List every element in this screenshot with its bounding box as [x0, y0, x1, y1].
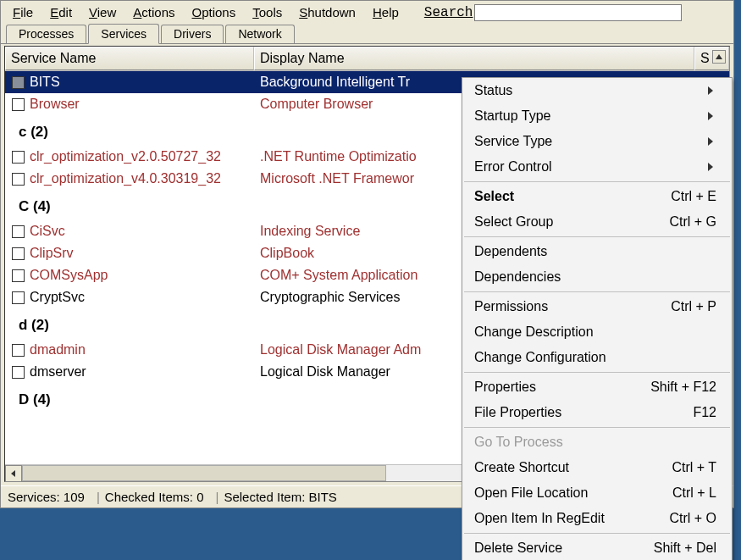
- ctx-label: Service Type: [474, 134, 552, 149]
- svg-marker-6: [708, 163, 713, 171]
- cell-service-name: clr_optimization_v2.0.50727_32: [30, 149, 257, 164]
- ctx-change-configuration[interactable]: Change Configuration: [462, 345, 732, 370]
- ctx-shortcut: Ctrl + T: [672, 460, 716, 475]
- ctx-label: Change Configuration: [474, 350, 606, 365]
- sort-arrow-up-icon[interactable]: [712, 50, 726, 64]
- cell-service-name: CiSvc: [30, 224, 257, 239]
- context-menu: StatusStartup TypeService TypeError Cont…: [462, 77, 733, 560]
- ctx-label: Status: [474, 83, 512, 98]
- svg-marker-4: [708, 112, 713, 120]
- menu-options[interactable]: Options: [184, 3, 245, 21]
- cell-service-name: dmserver: [30, 364, 257, 380]
- cell-service-name: BITS: [30, 75, 257, 90]
- svg-marker-3: [708, 86, 713, 95]
- status-services: Services: 109: [8, 490, 91, 504]
- column-header-service-name[interactable]: Service Name: [5, 47, 254, 70]
- submenu-arrow-icon: [708, 112, 716, 120]
- ctx-open-item-in-regedit[interactable]: Open Item In RegEditCtrl + O: [462, 506, 732, 531]
- row-checkbox[interactable]: [12, 247, 25, 260]
- tab-drivers[interactable]: Drivers: [161, 25, 224, 43]
- row-checkbox[interactable]: [12, 366, 25, 379]
- scroll-thumb[interactable]: [22, 465, 386, 481]
- row-checkbox[interactable]: [12, 344, 25, 357]
- cell-service-name: ClipSrv: [30, 246, 257, 261]
- app-window: FileEditViewActionsOptionsToolsShutdownH…: [0, 0, 734, 508]
- menubar: FileEditViewActionsOptionsToolsShutdownH…: [1, 1, 733, 24]
- ctx-label: Dependencies: [474, 269, 561, 285]
- ctx-label: Select: [474, 189, 514, 204]
- column-headers: Service Name Display Name S: [5, 47, 729, 71]
- row-checkbox[interactable]: [12, 98, 25, 111]
- menu-view[interactable]: View: [80, 3, 124, 21]
- ctx-error-control[interactable]: Error Control: [462, 154, 732, 180]
- status-checked: Checked Items: 0: [105, 490, 211, 504]
- status-selected: Selected Item: BITS: [224, 490, 343, 504]
- row-checkbox[interactable]: [12, 76, 25, 89]
- tab-services[interactable]: Services: [88, 24, 159, 44]
- ctx-create-shortcut[interactable]: Create ShortcutCtrl + T: [462, 455, 732, 480]
- tab-processes[interactable]: Processes: [6, 25, 86, 43]
- ctx-label: Change Description: [474, 324, 594, 340]
- row-checkbox[interactable]: [12, 173, 25, 186]
- ctx-shortcut: Ctrl + O: [669, 511, 716, 526]
- cell-service-name: Browser: [30, 97, 257, 112]
- ctx-properties[interactable]: PropertiesShift + F12: [462, 374, 732, 400]
- cell-service-name: COMSysApp: [30, 268, 257, 283]
- ctx-file-properties[interactable]: File PropertiesF12: [462, 400, 732, 425]
- search-input[interactable]: [474, 4, 682, 21]
- ctx-label: Error Control: [474, 159, 552, 175]
- ctx-startup-type[interactable]: Startup Type: [462, 103, 732, 129]
- tab-bar: ProcessesServicesDriversNetwork: [1, 24, 733, 44]
- submenu-arrow-icon: [708, 137, 716, 146]
- search-label: Search: [424, 5, 473, 20]
- svg-marker-0: [716, 54, 722, 59]
- svg-marker-1: [11, 470, 15, 477]
- ctx-shortcut: F12: [693, 405, 716, 420]
- svg-marker-5: [708, 137, 713, 146]
- menu-help[interactable]: Help: [364, 3, 407, 21]
- ctx-label: Create Shortcut: [474, 460, 569, 475]
- ctx-shortcut: Ctrl + P: [671, 299, 716, 314]
- ctx-label: Dependents: [474, 244, 547, 259]
- ctx-label: File Properties: [474, 405, 561, 420]
- ctx-shortcut: Shift + F12: [650, 380, 716, 395]
- submenu-arrow-icon: [708, 86, 716, 95]
- menu-actions[interactable]: Actions: [124, 3, 183, 21]
- ctx-delete-service[interactable]: Delete ServiceShift + Del: [462, 535, 732, 560]
- ctx-label: Properties: [474, 380, 536, 395]
- ctx-dependencies[interactable]: Dependencies: [462, 264, 732, 290]
- ctx-open-file-location[interactable]: Open File LocationCtrl + L: [462, 480, 732, 506]
- cell-service-name: clr_optimization_v4.0.30319_32: [30, 171, 257, 186]
- ctx-label: Delete Service: [474, 541, 562, 556]
- row-checkbox[interactable]: [12, 151, 25, 164]
- menu-tools[interactable]: Tools: [244, 3, 290, 21]
- menu-file[interactable]: File: [4, 3, 41, 21]
- ctx-label: Permissions: [474, 299, 548, 314]
- tab-network[interactable]: Network: [225, 25, 294, 43]
- row-checkbox[interactable]: [12, 269, 25, 282]
- search-box: Search: [424, 4, 683, 21]
- ctx-service-type[interactable]: Service Type: [462, 129, 732, 154]
- row-checkbox[interactable]: [12, 225, 25, 238]
- menu-shutdown[interactable]: Shutdown: [290, 3, 364, 21]
- ctx-permissions[interactable]: PermissionsCtrl + P: [462, 294, 732, 319]
- scroll-left-icon[interactable]: [5, 465, 22, 482]
- ctx-status[interactable]: Status: [462, 78, 732, 103]
- ctx-dependents[interactable]: Dependents: [462, 239, 732, 264]
- ctx-shortcut: Ctrl + L: [672, 485, 716, 501]
- ctx-shortcut: Shift + Del: [654, 541, 716, 556]
- row-checkbox[interactable]: [12, 291, 25, 304]
- ctx-change-description[interactable]: Change Description: [462, 319, 732, 345]
- ctx-label: Open Item In RegEdit: [474, 511, 605, 526]
- ctx-label: Go To Process: [474, 435, 563, 450]
- ctx-select[interactable]: SelectCtrl + E: [462, 184, 732, 209]
- ctx-shortcut: Ctrl + G: [669, 214, 716, 230]
- ctx-shortcut: Ctrl + E: [671, 189, 716, 204]
- ctx-label: Startup Type: [474, 108, 550, 124]
- ctx-go-to-process: Go To Process: [462, 430, 732, 455]
- ctx-select-group[interactable]: Select GroupCtrl + G: [462, 209, 732, 235]
- menu-edit[interactable]: Edit: [41, 3, 80, 21]
- cell-service-name: CryptSvc: [30, 290, 257, 305]
- column-header-display-name[interactable]: Display Name: [254, 47, 694, 70]
- ctx-label: Select Group: [474, 214, 553, 230]
